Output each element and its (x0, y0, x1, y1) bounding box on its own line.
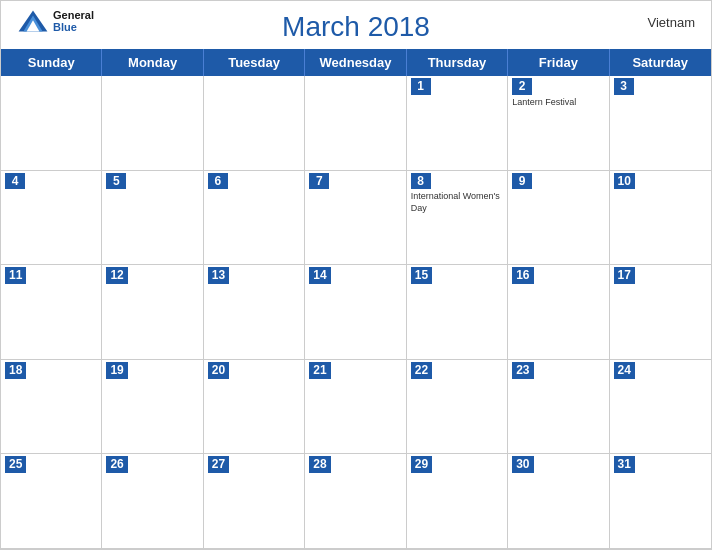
logo-general: General (53, 9, 94, 21)
logo-blue: Blue (53, 21, 94, 33)
day-header-saturday: Saturday (610, 49, 711, 76)
day-header-sunday: Sunday (1, 49, 102, 76)
day-cell: 8International Women's Day (407, 171, 508, 266)
calendar-grid: 12Lantern Festival345678International Wo… (1, 76, 711, 549)
day-cell: 10 (610, 171, 711, 266)
day-cell: 21 (305, 360, 406, 455)
day-cell: 24 (610, 360, 711, 455)
day-number: 30 (512, 456, 533, 473)
day-number: 9 (512, 173, 532, 190)
calendar-header: General Blue March 2018 Vietnam (1, 1, 711, 49)
month-title: March 2018 (17, 11, 695, 43)
day-cell: 29 (407, 454, 508, 549)
day-number: 24 (614, 362, 635, 379)
day-number: 11 (5, 267, 26, 284)
day-cell: 22 (407, 360, 508, 455)
day-number: 3 (614, 78, 634, 95)
day-cell: 7 (305, 171, 406, 266)
day-cell: 27 (204, 454, 305, 549)
event-text: Lantern Festival (512, 97, 604, 109)
day-number: 27 (208, 456, 229, 473)
day-cell: 25 (1, 454, 102, 549)
day-cell: 31 (610, 454, 711, 549)
day-number: 12 (106, 267, 127, 284)
day-number: 26 (106, 456, 127, 473)
day-cell: 11 (1, 265, 102, 360)
country-label: Vietnam (648, 15, 695, 30)
logo-text: General Blue (53, 9, 94, 33)
day-cell: 16 (508, 265, 609, 360)
day-cell: 1 (407, 76, 508, 171)
day-cell: 30 (508, 454, 609, 549)
day-cell (305, 76, 406, 171)
day-cell (1, 76, 102, 171)
day-number: 19 (106, 362, 127, 379)
day-number: 25 (5, 456, 26, 473)
day-number: 8 (411, 173, 431, 190)
day-header-monday: Monday (102, 49, 203, 76)
day-number: 29 (411, 456, 432, 473)
day-number: 4 (5, 173, 25, 190)
day-number: 7 (309, 173, 329, 190)
day-number: 31 (614, 456, 635, 473)
day-number: 28 (309, 456, 330, 473)
day-number: 17 (614, 267, 635, 284)
day-number: 22 (411, 362, 432, 379)
day-cell: 13 (204, 265, 305, 360)
day-cell: 26 (102, 454, 203, 549)
calendar: General Blue March 2018 Vietnam Sunday M… (0, 0, 712, 550)
day-cell: 20 (204, 360, 305, 455)
day-number: 10 (614, 173, 635, 190)
day-header-thursday: Thursday (407, 49, 508, 76)
day-cell: 15 (407, 265, 508, 360)
day-cell: 23 (508, 360, 609, 455)
event-text: International Women's Day (411, 191, 503, 214)
day-cell: 4 (1, 171, 102, 266)
day-cell (102, 76, 203, 171)
day-headers: Sunday Monday Tuesday Wednesday Thursday… (1, 49, 711, 76)
day-cell: 28 (305, 454, 406, 549)
day-number: 21 (309, 362, 330, 379)
day-number: 5 (106, 173, 126, 190)
day-number: 6 (208, 173, 228, 190)
day-number: 1 (411, 78, 431, 95)
day-cell: 17 (610, 265, 711, 360)
day-number: 2 (512, 78, 532, 95)
day-cell: 18 (1, 360, 102, 455)
day-cell: 12 (102, 265, 203, 360)
logo-area: General Blue (17, 9, 94, 33)
day-number: 23 (512, 362, 533, 379)
day-number: 20 (208, 362, 229, 379)
day-header-wednesday: Wednesday (305, 49, 406, 76)
day-number: 16 (512, 267, 533, 284)
day-cell: 5 (102, 171, 203, 266)
day-cell: 19 (102, 360, 203, 455)
day-cell: 14 (305, 265, 406, 360)
day-number: 18 (5, 362, 26, 379)
generalblue-logo-icon (17, 9, 49, 33)
day-number: 15 (411, 267, 432, 284)
day-header-tuesday: Tuesday (204, 49, 305, 76)
day-cell (204, 76, 305, 171)
day-number: 13 (208, 267, 229, 284)
day-cell: 2Lantern Festival (508, 76, 609, 171)
day-number: 14 (309, 267, 330, 284)
day-header-friday: Friday (508, 49, 609, 76)
day-cell: 3 (610, 76, 711, 171)
day-cell: 6 (204, 171, 305, 266)
day-cell: 9 (508, 171, 609, 266)
